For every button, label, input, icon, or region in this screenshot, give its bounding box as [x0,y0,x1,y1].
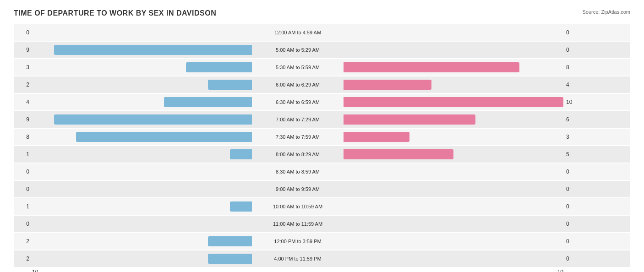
male-bar [76,132,252,142]
table-row: 0 8:30 AM to 8:59 AM 0 [14,163,630,180]
male-value: 4 [14,99,32,105]
male-bar [186,62,252,72]
time-label: 5:00 AM to 5:29 AM [252,47,344,53]
chart-area: 0 12:00 AM to 4:59 AM 0 9 5:00 AM to 5:2… [14,24,630,267]
female-bar [344,80,431,90]
male-bar-area [32,201,252,212]
male-bar [208,254,252,264]
axis-right-val: 10 [344,269,563,272]
female-value: 3 [563,134,582,140]
female-value: 4 [563,82,582,88]
male-bar-area [32,114,252,125]
time-label: 4:00 PM to 11:59 PM [252,256,344,261]
female-value: 8 [563,64,582,71]
male-value: 0 [14,169,32,175]
table-row: 2 6:00 AM to 6:29 AM 4 [14,76,630,93]
table-row: 9 7:00 AM to 7:29 AM 6 [14,111,630,128]
female-bar-area [344,201,563,212]
female-value: 0 [563,203,582,210]
male-bar-area [32,27,252,38]
female-bar-area [344,167,563,177]
time-label: 7:30 AM to 7:59 AM [252,134,344,140]
female-bar-area [344,97,563,107]
female-value: 0 [563,47,582,53]
axis-labels: 10 10 [14,269,630,272]
axis-left-spacer [14,269,32,272]
female-value: 5 [563,151,582,158]
female-value: 0 [563,186,582,192]
table-row: 4 6:30 AM to 6:59 AM 10 [14,94,630,110]
female-bar [344,114,475,125]
table-row: 1 8:00 AM to 8:29 AM 5 [14,146,630,163]
male-bar [230,201,252,212]
table-row: 8 7:30 AM to 7:59 AM 3 [14,129,630,145]
female-bar-area [344,149,563,159]
female-value: 0 [563,169,582,175]
female-value: 10 [563,99,582,105]
male-bar-area [32,62,252,72]
male-bar [54,45,252,55]
time-label: 8:30 AM to 8:59 AM [252,169,344,174]
female-bar [344,97,563,107]
male-bar-area [32,97,252,107]
male-value: 0 [14,221,32,227]
female-bar-area [344,219,563,229]
male-value: 8 [14,134,32,140]
time-label: 12:00 AM to 4:59 AM [252,30,344,35]
female-value: 6 [563,116,582,123]
table-row: 2 12:00 PM to 3:59 PM 0 [14,233,630,250]
table-row: 0 12:00 AM to 4:59 AM 0 [14,24,630,41]
female-value: 0 [563,221,582,227]
axis-left-bar: 10 [32,269,252,272]
female-value: 0 [563,29,582,36]
male-bar-area [32,236,252,246]
male-value: 9 [14,116,32,123]
time-label: 6:00 AM to 6:29 AM [252,82,344,87]
female-bar-area [344,236,563,246]
male-bar-area [32,167,252,177]
female-bar-area [344,80,563,90]
male-value: 3 [14,64,32,71]
time-label: 7:00 AM to 7:29 AM [252,117,344,122]
male-value: 1 [14,203,32,210]
male-value: 2 [14,256,32,262]
male-value: 0 [14,186,32,192]
time-label: 11:00 AM to 11:59 AM [252,221,344,227]
table-row: 3 5:30 AM to 5:59 AM 8 [14,59,630,76]
female-bar-area [344,45,563,55]
time-label: 8:00 AM to 8:29 AM [252,152,344,157]
time-label: 5:30 AM to 5:59 AM [252,65,344,70]
table-row: 0 9:00 AM to 9:59 AM 0 [14,181,630,197]
male-value: 2 [14,238,32,245]
female-bar-area [344,114,563,125]
male-bar [208,236,252,246]
male-bar-area [32,184,252,194]
male-bar-area [32,132,252,142]
female-bar [344,132,409,142]
table-row: 9 5:00 AM to 5:29 AM 0 [14,42,630,58]
time-label: 12:00 PM to 3:59 PM [252,239,344,244]
female-bar-area [344,184,563,194]
axis-left-label: 10 [32,269,38,272]
time-label: 10:00 AM to 10:59 AM [252,204,344,209]
male-bar-area [32,219,252,229]
male-bar [54,114,252,125]
table-row: 0 11:00 AM to 11:59 AM 0 [14,216,630,232]
chart-container: TIME OF DEPARTURE TO WORK BY SEX IN DAVI… [0,0,644,272]
axis-center-spacer [252,269,344,272]
female-value: 0 [563,256,582,262]
source-text: Source: ZipAtlas.com [582,9,630,15]
male-bar-area [32,80,252,90]
female-bar-area [344,254,563,264]
table-row: 2 4:00 PM to 11:59 PM 0 [14,250,630,267]
male-bar [208,80,252,90]
male-value: 2 [14,82,32,88]
axis-right-label: 10 [557,269,563,272]
male-value: 0 [14,29,32,36]
male-value: 9 [14,47,32,53]
time-label: 9:00 AM to 9:59 AM [252,186,344,192]
table-row: 1 10:00 AM to 10:59 AM 0 [14,198,630,215]
female-bar [344,149,453,159]
female-bar-area [344,132,563,142]
time-label: 6:30 AM to 6:59 AM [252,99,344,105]
